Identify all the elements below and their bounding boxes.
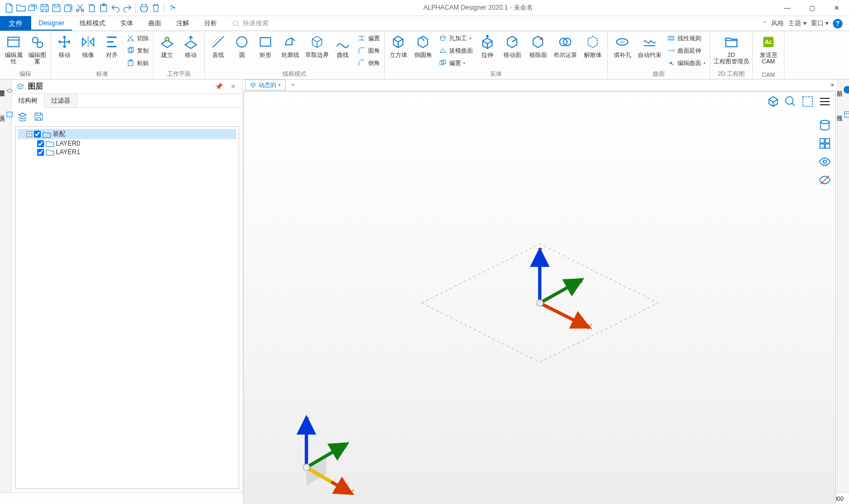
remove-face-button[interactable]: 移除面 (526, 32, 550, 59)
new-icon[interactable] (4, 3, 14, 13)
layer1-checkbox[interactable] (37, 149, 44, 156)
viewport-tools-topright (767, 95, 831, 108)
panel-close-icon[interactable]: ✕ (228, 83, 238, 90)
svg-text:Y: Y (343, 441, 349, 449)
copy-button[interactable]: 复制 (124, 45, 151, 56)
extrude-surf-button[interactable]: 拔模曲面 (436, 45, 475, 56)
offset-solid-button[interactable]: 偏置▾ (436, 57, 475, 69)
viewport[interactable]: X Y Z X Y Z (243, 91, 836, 504)
filter-tab[interactable]: 过滤器 (45, 94, 77, 107)
close-button[interactable]: ✕ (824, 0, 849, 16)
edit-pattern-button[interactable]: 编辑图案 (26, 32, 48, 66)
fillet-wf-button[interactable]: 圆角 (355, 45, 382, 56)
align-button[interactable]: 对齐 (100, 32, 123, 59)
svg-point-42 (821, 120, 829, 124)
move-face-button[interactable]: 移动面 (500, 32, 524, 59)
expand-icon[interactable]: − (26, 131, 32, 137)
save-layers-icon[interactable] (32, 110, 45, 123)
cut-button[interactable]: 切除 (124, 32, 151, 44)
file-tab[interactable]: 文件 (0, 16, 31, 31)
fillet-solid-button[interactable]: 倒圆角 (411, 32, 435, 59)
hamburger-icon[interactable] (818, 95, 831, 108)
silhouette-button[interactable]: 轮廓线 (278, 32, 303, 59)
theme-menu[interactable]: 主题 ▾ (788, 19, 806, 28)
add-view-tab[interactable]: + (288, 81, 298, 89)
extrude-button[interactable]: 拉伸 (476, 32, 499, 59)
svg-point-20 (670, 62, 672, 64)
mirror-button[interactable]: 镜像 (77, 32, 99, 59)
open-multi-icon[interactable] (28, 3, 38, 13)
save-icon[interactable] (40, 3, 49, 13)
view-tab-dynamic[interactable]: 动态的▾ (245, 80, 286, 90)
move-button[interactable]: 移动 (53, 32, 76, 59)
curve-button[interactable]: 曲线 (332, 32, 354, 59)
tab-analysis[interactable]: 分析 (197, 16, 225, 31)
boolean-button[interactable]: 布尔运算 (551, 32, 579, 59)
print-icon[interactable] (139, 3, 149, 13)
tree-node-assembly[interactable]: − 装配 (18, 129, 236, 139)
tab-solid[interactable]: 实体 (113, 16, 141, 31)
extend-surf-button[interactable]: 曲面延伸 (665, 45, 708, 56)
tree-node-layer1[interactable]: LAYER1 (18, 148, 236, 156)
undo-icon[interactable] (111, 3, 120, 13)
save-copy-icon[interactable] (63, 3, 73, 13)
auto-constrain-button[interactable]: 自动约束 (636, 32, 664, 59)
circle-button[interactable]: 圆 (231, 32, 253, 59)
dissolve-button[interactable]: 解散体 (580, 32, 605, 59)
move-plane-button[interactable]: 移动 (179, 32, 202, 59)
cut-qat-icon[interactable] (75, 3, 85, 13)
svg-text:Z: Z (538, 247, 543, 255)
copy-qat-icon[interactable] (87, 3, 97, 13)
tree-node-layer0[interactable]: LAYER0 (18, 139, 236, 148)
eye-hide-icon[interactable] (818, 174, 831, 186)
edit-properties-button[interactable]: 编辑属性 (2, 32, 25, 66)
frame-icon[interactable] (801, 95, 814, 108)
maximize-button[interactable]: ▢ (800, 0, 824, 16)
style-menu[interactable]: 风格 (771, 19, 784, 28)
tab-wireframe[interactable]: 线框模式 (72, 16, 113, 31)
group-drawing: 2D 工程图管理员 2D 工程图 (710, 31, 753, 79)
assembly-checkbox[interactable] (34, 131, 41, 138)
layers-tool-icon[interactable] (16, 110, 29, 123)
ruled-button[interactable]: 线性规则 (665, 32, 708, 44)
grid4-icon[interactable] (818, 137, 831, 150)
tab-designer[interactable]: Designer (31, 16, 72, 31)
redo-icon[interactable] (123, 3, 132, 13)
rectangle-button[interactable]: 矩形 (254, 32, 277, 59)
minimize-button[interactable]: — (775, 0, 800, 16)
paste-button[interactable]: 粘贴 (124, 57, 151, 69)
view-cube-icon[interactable] (767, 95, 780, 108)
create-plane-button[interactable]: 建立 (156, 32, 178, 59)
tab-surface[interactable]: 曲面 (141, 16, 169, 31)
quick-search[interactable]: 快速搜索 (225, 16, 276, 31)
offset-wf-button[interactable]: 偏置 (355, 32, 382, 44)
drawing-manager-button[interactable]: 2D 工程图管理员 (713, 32, 750, 66)
properties-tab[interactable]: 属性 (836, 109, 849, 123)
help-icon[interactable]: ? (833, 19, 843, 28)
open-icon[interactable] (16, 3, 26, 13)
cube-button[interactable]: 立方体 (387, 32, 409, 59)
extract-edge-button[interactable]: 萃取边界 (304, 32, 330, 59)
eye-show-icon[interactable] (818, 155, 831, 168)
save-as-icon[interactable] (52, 3, 61, 13)
layer0-checkbox[interactable] (37, 140, 44, 147)
paste-qat-icon[interactable] (99, 3, 109, 13)
cylinder-icon[interactable] (818, 119, 831, 132)
window-menu[interactable]: 窗口 ▾ (811, 19, 829, 28)
view-tab-menu[interactable]: ▾ (828, 81, 837, 89)
fill-hole-button[interactable]: 填补孔 (610, 32, 635, 59)
structure-tree-tab[interactable]: 结构树 (12, 94, 45, 108)
help-qat-icon[interactable]: ?▾ (168, 3, 177, 13)
delete-icon[interactable] (151, 3, 161, 13)
line-button[interactable]: 直线 (207, 32, 229, 59)
chamfer-wf-button[interactable]: 倒角 (355, 57, 382, 69)
edit-surf-button[interactable]: 编辑曲面▾ (665, 57, 708, 69)
hole-button[interactable]: 孔加工▾ (436, 32, 475, 44)
help-tab[interactable]: ?帮助 (836, 84, 849, 98)
svg-rect-8 (128, 61, 133, 66)
tab-annotation[interactable]: 注解 (169, 16, 197, 31)
send-to-cam-button[interactable]: Ac发送至 CAM (755, 32, 782, 66)
zoom-fit-icon[interactable] (784, 95, 797, 108)
view-area: 动态的▾ + ▾ X Y Z (243, 80, 837, 492)
panel-pin-icon[interactable]: 📌 (213, 83, 225, 90)
